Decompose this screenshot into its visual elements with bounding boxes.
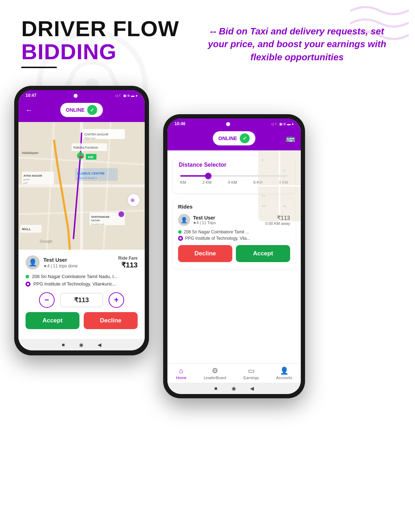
online-label-left: ONLINE — [66, 107, 85, 113]
page-subtitle: -- Bid on Taxi and delivery requests, se… — [200, 25, 394, 63]
top-bar-left: ← ONLINE ✓ — [18, 99, 145, 122]
rider-avatar-right: 👤 — [178, 214, 190, 226]
ride-distance-right: 0.00 KM away — [265, 221, 290, 226]
nav-home[interactable]: ⌂ Home — [176, 367, 186, 380]
dropoff-row-left: PPG Institute of Technology, Vilankuric.… — [26, 281, 138, 287]
top-bar-right: ONLINE ✓ 🚌 — [167, 128, 301, 150]
nav-triangle-left[interactable]: ◀ — [98, 342, 101, 348]
title-line1: DRIVER FLOW — [21, 18, 179, 40]
earnings-icon: ▭ — [248, 366, 255, 375]
status-bar-right: 10:46 ⬤ ◁ ☾ ▣ ⊕ ▬ ● — [167, 118, 301, 128]
rider-avatar-left: 👤 — [26, 255, 40, 270]
svg-text:ர்: ர் — [283, 211, 284, 213]
status-time-right: 10:46 — [175, 121, 186, 126]
online-pill-right[interactable]: ONLINE ✓ — [213, 131, 256, 145]
slider-label-1: 2 KM — [203, 180, 212, 184]
svg-text:NAGAR: NAGAR — [91, 219, 100, 222]
bid-minus-button[interactable]: − — [39, 292, 55, 308]
svg-text:⊕: ⊕ — [131, 197, 135, 203]
dropoff-right: PPG Institute of Technology, Vila... — [178, 236, 290, 241]
title-underline — [21, 67, 57, 68]
bid-plus-button[interactable]: + — [109, 292, 124, 308]
decline-button-right[interactable]: Decline — [178, 245, 232, 262]
svg-text:Google: Google — [40, 239, 52, 243]
fare-label-left: Ride Fare — [118, 256, 138, 261]
bottom-nav-right: ⌂ Home ⚙ LeaderBoard ▭ Earnings 👤 Accoun… — [167, 363, 301, 383]
nav-square-right[interactable]: ■ — [214, 386, 217, 391]
camera-notch-right: ⬤ — [226, 122, 230, 126]
svg-text:🚗: 🚗 — [79, 154, 83, 158]
slider-label-2: 4 KM — [228, 180, 237, 184]
nav-home-label: Home — [176, 376, 186, 380]
phone-left: 10:47 ⬤ ◁ ☾ ▣ ⊕ ▬ ● ← ONLINE ✓ — [14, 86, 149, 355]
svg-text:948: 948 — [88, 155, 93, 159]
rider-rating-right: ★4 | 11 Trips — [193, 221, 216, 225]
phone-right: 10:46 ⬤ ◁ ☾ ▣ ⊕ ▬ ● ONLINE ✓ 🚌 — [163, 114, 305, 398]
check-circle-right: ✓ — [240, 133, 250, 143]
map-bg-right: R AR ர் AT ஜ ந AR ர் MA — [258, 150, 301, 221]
accounts-icon: 👤 — [280, 366, 289, 375]
pickup-row-left: 208 Sri Nagar Coimbatore Tamil Nadu, I..… — [26, 274, 138, 279]
pickup-right: 208 Sri Nagar Coimbatore Tamil ... — [178, 229, 290, 234]
svg-text:ர்: ர் — [262, 216, 263, 218]
dropoff-dot-right — [178, 236, 183, 241]
svg-text:SIVATHANGAM: SIVATHANGAM — [91, 216, 109, 218]
svg-text:AT: AT — [283, 170, 286, 172]
svg-text:CHITRA NAGAR: CHITRA NAGAR — [84, 133, 109, 136]
dropoff-dot-left — [26, 282, 31, 287]
back-button-left[interactable]: ← — [26, 106, 33, 114]
nav-leaderboard-label: LeaderBoard — [204, 376, 226, 380]
nav-accounts[interactable]: 👤 Accounts — [276, 366, 292, 380]
status-icons-left: ◁ ☾ ▣ ⊕ ▬ ● — [115, 94, 138, 98]
phone-bottom-bar-right: ■ ◉ ◀ — [167, 383, 301, 394]
rider-name-left: Test User — [43, 257, 78, 263]
slider-label-0: KM — [180, 180, 186, 184]
car-icon-top: 🚌 — [286, 134, 295, 143]
svg-text:AR: AR — [262, 205, 266, 208]
ride-card-left: 👤 Test User ★4 | 11 trips done Ride Fare… — [18, 250, 145, 339]
check-circle-left: ✓ — [87, 105, 97, 115]
pickup-dot-left — [26, 275, 29, 278]
status-bar-left: 10:47 ⬤ ◁ ☾ ▣ ⊕ ▬ ● — [18, 90, 145, 99]
slider-track — [180, 175, 288, 177]
nav-circle-left[interactable]: ◉ — [79, 342, 83, 348]
pickup-text-left: 208 Sri Nagar Coimbatore Tamil Nadu, I..… — [32, 274, 117, 279]
decline-button-left[interactable]: Decline — [84, 312, 138, 329]
title-line2: BIDDING — [21, 40, 179, 64]
online-pill-left[interactable]: ONLINE ✓ — [60, 103, 103, 117]
svg-text:MALL: MALL — [22, 227, 31, 231]
dropoff-text-right: PPG Institute of Technology, Vila... — [185, 236, 250, 241]
bid-amount-display: ₹113 — [60, 293, 103, 307]
svg-text:சிவதங்கம் நகர்: சிவதங்கம் நகர் — [91, 223, 105, 226]
rider-rating-left: ★4 | 11 trips done — [43, 264, 78, 268]
svg-text:ந: ந — [283, 181, 284, 183]
status-time-left: 10:47 — [26, 93, 37, 98]
nav-square-left[interactable]: ■ — [62, 342, 65, 348]
camera-notch-left: ⬤ — [73, 93, 78, 98]
nav-earnings[interactable]: ▭ Earnings — [243, 366, 259, 380]
svg-text:சிதிரா நகர்: சிதிரா நகர் — [84, 137, 95, 140]
pickup-text-right: 208 Sri Nagar Coimbatore Tamil ... — [184, 229, 249, 234]
leaderboard-icon: ⚙ — [212, 366, 218, 375]
svg-text:GLOBUS CENTRE: GLOBUS CENTRE — [77, 172, 105, 175]
svg-text:AR: AR — [283, 205, 287, 207]
action-buttons-right: Decline Accept — [178, 245, 290, 262]
svg-point-34 — [118, 211, 124, 217]
nav-leaderboard[interactable]: ⚙ LeaderBoard — [204, 366, 226, 380]
home-icon: ⌂ — [179, 367, 183, 375]
rider-name-right: Test User — [193, 215, 216, 221]
nav-triangle-right[interactable]: ◀ — [250, 386, 254, 391]
svg-text:நகர்: நகர் — [23, 182, 28, 184]
slider-thumb[interactable] — [205, 173, 211, 179]
accept-button-left[interactable]: Accept — [26, 312, 79, 329]
pickup-dot-right — [178, 230, 182, 234]
svg-text:Raksha Furniture: Raksha Furniture — [73, 146, 98, 149]
nav-earnings-label: Earnings — [243, 376, 259, 380]
accept-button-right[interactable]: Accept — [236, 245, 290, 262]
slider-fill — [180, 175, 207, 177]
online-label-right: ONLINE — [218, 135, 237, 141]
fare-amount-left: ₹113 — [118, 261, 138, 269]
svg-text:R: R — [262, 159, 264, 162]
nav-circle-right[interactable]: ◉ — [232, 386, 236, 391]
bid-controls-left: − ₹113 + — [26, 292, 138, 308]
